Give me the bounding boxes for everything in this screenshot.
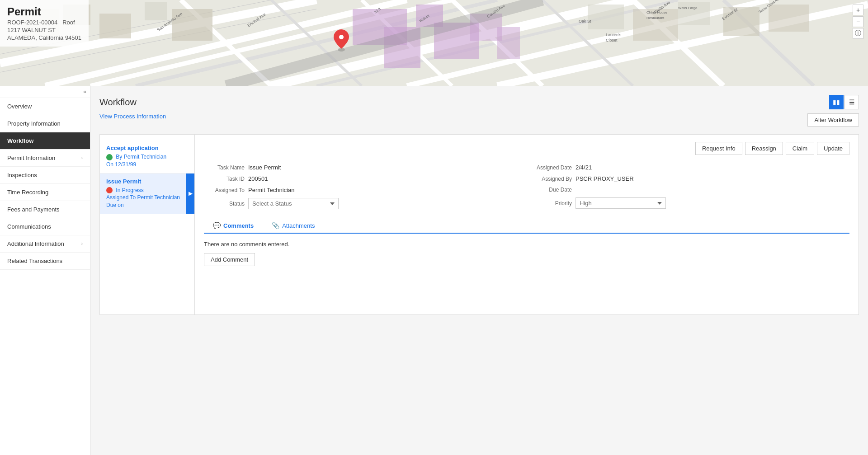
sidebar-item-communications[interactable]: Communications bbox=[0, 218, 90, 235]
completed-status-icon bbox=[106, 154, 113, 160]
map-container: San Antonio Ave Encinal Ave 32 ft Walnut… bbox=[0, 0, 868, 86]
request-info-button[interactable]: Request Info bbox=[695, 142, 742, 155]
svg-rect-29 bbox=[588, 5, 624, 29]
task-info-left: Task Name Issue Permit Task ID 200501 As… bbox=[204, 164, 522, 209]
reassign-button[interactable]: Reassign bbox=[745, 142, 783, 155]
svg-rect-33 bbox=[769, 5, 809, 32]
assigned-by-row: Assigned By PSCR PROXY_USER bbox=[531, 175, 849, 182]
sidebar-item-time-recording[interactable]: Time Recording bbox=[0, 184, 90, 201]
task-id-value: 200501 bbox=[248, 175, 268, 182]
permit-address-line2: ALAMEDA, California 94501 bbox=[7, 34, 81, 41]
claim-button[interactable]: Claim bbox=[786, 142, 814, 155]
content-area: Workflow ▮▮ ☰ View Process Information A… bbox=[90, 86, 868, 455]
svg-point-49 bbox=[339, 35, 344, 39]
workflow-title: Workflow bbox=[99, 97, 137, 108]
tab-attachments[interactable]: 📎 Attachments bbox=[263, 218, 324, 233]
tab-comments[interactable]: 💬 Comments bbox=[204, 218, 263, 234]
sidebar-item-workflow-label: Workflow bbox=[7, 137, 33, 144]
workflow-header: Workflow ▮▮ ☰ bbox=[99, 95, 859, 109]
chevron-right-icon-2: › bbox=[81, 241, 83, 246]
view-toggle: ▮▮ ☰ bbox=[829, 95, 859, 109]
toggle-grid-button[interactable]: ▮▮ bbox=[829, 95, 844, 109]
svg-text:Restaurant: Restaurant bbox=[646, 16, 665, 20]
assigned-date-value: 2/4/21 bbox=[576, 164, 592, 171]
add-comment-button[interactable]: Add Comment bbox=[204, 253, 255, 266]
zoom-out-button[interactable]: − bbox=[853, 16, 863, 27]
assigned-date-row: Assigned Date 2/4/21 bbox=[531, 164, 849, 171]
sidebar-item-related[interactable]: Related Transactions bbox=[0, 253, 90, 270]
permit-header: Permit ROOF-2021-00004 Roof 1217 WALNUT … bbox=[0, 0, 89, 47]
sidebar-item-related-label: Related Transactions bbox=[7, 258, 62, 264]
svg-text:China House: China House bbox=[646, 10, 668, 14]
due-date-row: Due Date bbox=[531, 187, 849, 193]
sidebar-item-inspections-label: Inspections bbox=[7, 172, 37, 178]
tasks-panel: Accept application By Permit TechnicianO… bbox=[100, 135, 195, 314]
zoom-in-button[interactable]: + bbox=[853, 5, 863, 15]
status-row: Status Select a Status bbox=[204, 198, 522, 209]
svg-text:Lauren's: Lauren's bbox=[606, 33, 622, 37]
status-label: Status bbox=[204, 201, 245, 207]
task-id-row: Task ID 200501 bbox=[204, 175, 522, 182]
assigned-to-row: Assigned To Permit Technician bbox=[204, 187, 522, 193]
svg-text:Oak St: Oak St bbox=[579, 19, 591, 23]
tabs-row: 💬 Comments 📎 Attachments bbox=[204, 218, 849, 234]
map-info-button[interactable]: ⓘ bbox=[853, 28, 863, 39]
update-button[interactable]: Update bbox=[817, 142, 849, 155]
assigned-to-value: Permit Technician bbox=[248, 187, 294, 193]
sidebar-item-fees[interactable]: Fees and Payments bbox=[0, 201, 90, 218]
svg-text:Wells Fargo: Wells Fargo bbox=[678, 6, 698, 10]
svg-rect-20 bbox=[99, 14, 131, 38]
inprogress-status-icon bbox=[106, 187, 113, 193]
tab-comments-label: Comments bbox=[223, 222, 254, 229]
tab-attachments-label: Attachments bbox=[282, 222, 315, 229]
task-arrow-col: ▶ bbox=[186, 174, 194, 214]
task-item-accept[interactable]: Accept application By Permit TechnicianO… bbox=[100, 140, 194, 174]
permit-address-line1: 1217 WALNUT ST bbox=[7, 27, 81, 33]
svg-text:Closet: Closet bbox=[606, 38, 618, 42]
task-item-issue[interactable]: Issue Permit In ProgressAssigned To Perm… bbox=[100, 174, 186, 214]
due-date-label: Due Date bbox=[531, 187, 572, 193]
task-arrow-icon: ▶ bbox=[189, 190, 193, 197]
task-name-label: Task Name bbox=[204, 164, 245, 171]
alter-workflow-button[interactable]: Alter Workflow bbox=[807, 113, 859, 127]
main-layout: « Overview Property Information Workflow… bbox=[0, 86, 868, 455]
task-name-value: Issue Permit bbox=[248, 164, 281, 171]
action-buttons: Request Info Reassign Claim Update bbox=[204, 142, 849, 155]
sidebar-item-property[interactable]: Property Information bbox=[0, 115, 90, 132]
sidebar-collapse-button[interactable]: « bbox=[83, 89, 86, 95]
sidebar-item-time-recording-label: Time Recording bbox=[7, 189, 48, 196]
assigned-by-label: Assigned By bbox=[531, 176, 572, 182]
sidebar-item-permit[interactable]: Permit Information › bbox=[0, 150, 90, 167]
task-info-right: Assigned Date 2/4/21 Assigned By PSCR PR… bbox=[531, 164, 849, 209]
priority-select[interactable]: High Medium Low bbox=[576, 197, 666, 209]
sidebar: « Overview Property Information Workflow… bbox=[0, 86, 90, 455]
assigned-to-label: Assigned To bbox=[204, 187, 245, 193]
map-controls: + − ⓘ bbox=[853, 5, 863, 39]
assigned-by-value: PSCR PROXY_USER bbox=[576, 175, 634, 182]
task-id-label: Task ID bbox=[204, 176, 245, 182]
sidebar-collapse-area: « bbox=[0, 86, 90, 98]
toggle-list-button[interactable]: ☰ bbox=[844, 95, 859, 109]
sidebar-item-permit-label: Permit Information bbox=[7, 155, 55, 161]
task-accept-name: Accept application bbox=[106, 145, 188, 151]
sidebar-item-additional[interactable]: Additional Information › bbox=[0, 235, 90, 253]
sidebar-item-overview-label: Overview bbox=[7, 103, 32, 110]
status-select[interactable]: Select a Status bbox=[248, 198, 339, 209]
attachments-icon: 📎 bbox=[272, 222, 279, 229]
sidebar-item-workflow[interactable]: Workflow bbox=[0, 132, 90, 150]
sidebar-item-property-label: Property Information bbox=[7, 120, 61, 127]
sidebar-item-overview[interactable]: Overview bbox=[0, 98, 90, 115]
svg-rect-21 bbox=[145, 2, 167, 20]
task-info-grid: Task Name Issue Permit Task ID 200501 As… bbox=[204, 164, 849, 209]
svg-rect-28 bbox=[497, 27, 520, 59]
task-name-row: Task Name Issue Permit bbox=[204, 164, 522, 171]
view-process-link[interactable]: View Process Information bbox=[99, 113, 166, 120]
task-item-issue-wrapper: Issue Permit In ProgressAssigned To Perm… bbox=[100, 174, 194, 214]
sidebar-item-communications-label: Communications bbox=[7, 223, 51, 230]
sidebar-item-additional-label: Additional Information bbox=[7, 240, 64, 247]
task-accept-meta: By Permit TechnicianOn 12/31/99 bbox=[106, 153, 188, 169]
sidebar-item-inspections[interactable]: Inspections bbox=[0, 167, 90, 184]
priority-label: Priority bbox=[531, 200, 572, 206]
svg-rect-32 bbox=[723, 7, 760, 36]
workflow-content: Accept application By Permit TechnicianO… bbox=[99, 134, 859, 315]
